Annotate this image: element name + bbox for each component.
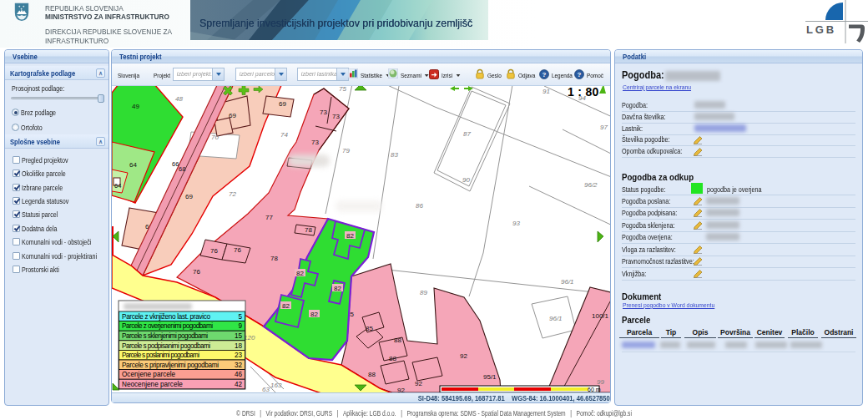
- svg-text:48: 48: [175, 95, 183, 103]
- svg-text:5: 5: [238, 313, 242, 321]
- svg-text:82: 82: [296, 270, 304, 277]
- svg-text:89: 89: [420, 289, 427, 296]
- svg-text:87: 87: [463, 130, 471, 138]
- svg-text:Parcele z vknjiženo last. prav: Parcele z vknjiženo last. pravico: [122, 313, 210, 321]
- svg-text:74: 74: [280, 131, 288, 139]
- svg-text:Parcele s podpisanimi pogodbam: Parcele s podpisanimi pogodbami: [122, 342, 210, 350]
- svg-text:76: 76: [210, 247, 218, 255]
- svg-text:95/1: 95/1: [483, 373, 497, 381]
- svg-text:88: 88: [389, 355, 396, 362]
- svg-text:92: 92: [397, 387, 405, 392]
- svg-text:91: 91: [542, 88, 550, 95]
- svg-text:73: 73: [311, 139, 319, 146]
- svg-text:82: 82: [310, 311, 318, 318]
- svg-text:46: 46: [235, 371, 243, 378]
- svg-text:76: 76: [193, 268, 200, 276]
- svg-text:97: 97: [600, 124, 608, 131]
- svg-text:15: 15: [235, 332, 243, 340]
- svg-text:64: 64: [129, 161, 137, 169]
- svg-text:96/1: 96/1: [561, 278, 574, 286]
- svg-text:69: 69: [229, 112, 236, 119]
- svg-text:75: 75: [339, 86, 346, 93]
- svg-text:96/1: 96/1: [549, 315, 563, 322]
- svg-text:99: 99: [597, 378, 604, 386]
- svg-text:85: 85: [366, 325, 373, 332]
- svg-text:92: 92: [415, 380, 422, 387]
- svg-text:77: 77: [265, 214, 273, 221]
- svg-text:86: 86: [416, 202, 423, 210]
- svg-text:82: 82: [346, 232, 354, 240]
- svg-text:23: 23: [235, 352, 243, 359]
- svg-text:1 : 80: 1 : 80: [568, 86, 599, 99]
- svg-text:68: 68: [179, 165, 185, 173]
- svg-text:92: 92: [460, 352, 467, 360]
- svg-text:163: 163: [270, 382, 282, 389]
- svg-text:LGB: LGB: [806, 23, 836, 36]
- svg-text:78: 78: [270, 255, 278, 262]
- svg-text:?: ?: [542, 71, 547, 78]
- svg-text:Parcele s pripravljenimi pogod: Parcele s pripravljenimi pogodbami: [122, 362, 219, 369]
- svg-text:90: 90: [462, 176, 470, 184]
- svg-text:73: 73: [332, 113, 340, 120]
- svg-text:18: 18: [235, 342, 243, 350]
- svg-text:9: 9: [238, 322, 242, 330]
- svg-text:100/1: 100/1: [592, 312, 609, 320]
- svg-text:32: 32: [235, 362, 243, 369]
- svg-text:82: 82: [282, 302, 290, 310]
- svg-text:70: 70: [211, 134, 219, 141]
- svg-text:Ocenjene parcele: Ocenjene parcele: [122, 371, 176, 378]
- svg-text:93: 93: [512, 220, 520, 227]
- svg-text:88: 88: [368, 371, 376, 378]
- svg-text:69: 69: [185, 193, 193, 200]
- svg-text:60 m: 60 m: [588, 387, 601, 392]
- svg-text:69: 69: [279, 100, 286, 108]
- svg-text:73: 73: [320, 109, 327, 116]
- svg-text:78: 78: [305, 226, 312, 234]
- svg-text:?: ?: [578, 71, 582, 78]
- svg-text:76: 76: [234, 246, 241, 254]
- svg-text:Parcele s sklenjenimi pogodbam: Parcele s sklenjenimi pogodbami: [122, 332, 208, 340]
- svg-text:Parcele s poslanimi pogodbami: Parcele s poslanimi pogodbami: [122, 352, 199, 359]
- svg-text:63: 63: [262, 386, 270, 392]
- svg-text:49: 49: [132, 103, 139, 110]
- svg-text:88: 88: [394, 337, 401, 344]
- svg-text:Neocenjene parcele: Neocenjene parcele: [122, 381, 183, 388]
- svg-text:79: 79: [342, 147, 350, 154]
- svg-text:72: 72: [229, 190, 236, 198]
- svg-text:Parcele z overjenenimi pogodba: Parcele z overjenenimi pogodbami: [122, 322, 213, 330]
- svg-text:82: 82: [334, 285, 341, 292]
- svg-text:83: 83: [391, 151, 398, 159]
- svg-text:42: 42: [235, 381, 243, 388]
- svg-text:96/2: 96/2: [584, 181, 598, 189]
- svg-text:64: 64: [114, 182, 121, 190]
